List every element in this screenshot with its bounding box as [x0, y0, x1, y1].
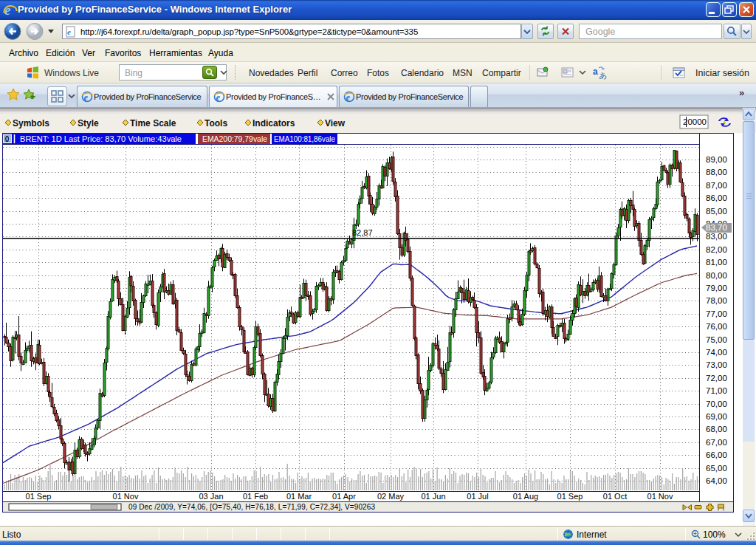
svg-text:89,00: 89,00: [706, 155, 727, 164]
svg-text:67,00: 67,00: [706, 438, 727, 447]
svg-text:e: e: [4, 2, 11, 18]
svg-text:87,00: 87,00: [706, 181, 727, 190]
svg-text:e: e: [67, 27, 71, 36]
svg-text:72,00: 72,00: [706, 374, 727, 383]
svg-text:77,00: 77,00: [706, 309, 727, 318]
svg-text:78,00: 78,00: [706, 296, 727, 305]
svg-text:86,00: 86,00: [706, 193, 727, 202]
svg-text:76,00: 76,00: [706, 322, 727, 331]
svg-text:01 Jun: 01 Jun: [421, 492, 445, 501]
svg-text:85,00: 85,00: [706, 207, 727, 216]
svg-text:79,00: 79,00: [706, 284, 727, 292]
svg-text:03 Jan: 03 Jan: [199, 492, 223, 501]
svg-text:01 Nov: 01 Nov: [647, 492, 673, 501]
svg-text:BRENT: 1D Last Price: 83,70 Vo: BRENT: 1D Last Price: 83,70 Volume:43val…: [20, 134, 182, 143]
svg-text:01 Oct: 01 Oct: [603, 492, 627, 501]
svg-text:68,00: 68,00: [706, 425, 727, 433]
svg-text:0: 0: [5, 135, 10, 143]
svg-text:01 Feb: 01 Feb: [243, 492, 268, 501]
svg-text:74,00: 74,00: [706, 348, 727, 357]
svg-text:01 Sep: 01 Sep: [26, 492, 52, 501]
svg-text:01 Sep: 01 Sep: [557, 492, 583, 501]
svg-text:01 Nov: 01 Nov: [113, 492, 139, 501]
svg-text:83,00: 83,00: [706, 232, 727, 241]
svg-text:Indicators: Indicators: [252, 118, 295, 128]
svg-text:あ: あ: [599, 71, 607, 80]
svg-text:EMA200:79,79vale: EMA200:79,79vale: [202, 134, 267, 143]
svg-text:65,00: 65,00: [706, 464, 727, 473]
svg-text:75,00: 75,00: [706, 335, 727, 344]
svg-text:83,70: 83,70: [706, 223, 727, 232]
svg-text:69,00: 69,00: [706, 412, 727, 421]
svg-text:View: View: [325, 118, 346, 128]
svg-text:82,00: 82,00: [706, 245, 727, 254]
svg-text:Style: Style: [78, 118, 99, 128]
svg-text:Time Scale: Time Scale: [130, 118, 176, 128]
svg-text:Symbols: Symbols: [13, 118, 49, 128]
svg-text:01 Apr: 01 Apr: [332, 492, 356, 501]
svg-text:a: a: [593, 66, 598, 77]
svg-text:01 Jul: 01 Jul: [467, 492, 488, 501]
svg-text:02 May: 02 May: [377, 492, 405, 501]
svg-text:Tools: Tools: [205, 118, 227, 128]
svg-text:71,00: 71,00: [706, 386, 727, 395]
svg-text:01 Mar: 01 Mar: [286, 492, 312, 501]
svg-text:82,87: 82,87: [352, 228, 373, 237]
svg-text:EMA100:81,86vale: EMA100:81,86vale: [274, 134, 335, 143]
svg-text:66,00: 66,00: [706, 450, 727, 459]
svg-text:81,00: 81,00: [706, 258, 727, 267]
svg-text:64,00: 64,00: [706, 476, 727, 485]
svg-text:73,00: 73,00: [706, 360, 727, 369]
svg-text:80,00: 80,00: [706, 271, 727, 280]
svg-text:09 Dec /2009, Y=74,06, [O=75,4: 09 Dec /2009, Y=74,06, [O=75,40, H=76,18…: [128, 503, 375, 511]
svg-text:01 Aug: 01 Aug: [513, 492, 538, 501]
svg-text:70,00: 70,00: [706, 400, 727, 408]
svg-text:88,00: 88,00: [706, 168, 727, 176]
